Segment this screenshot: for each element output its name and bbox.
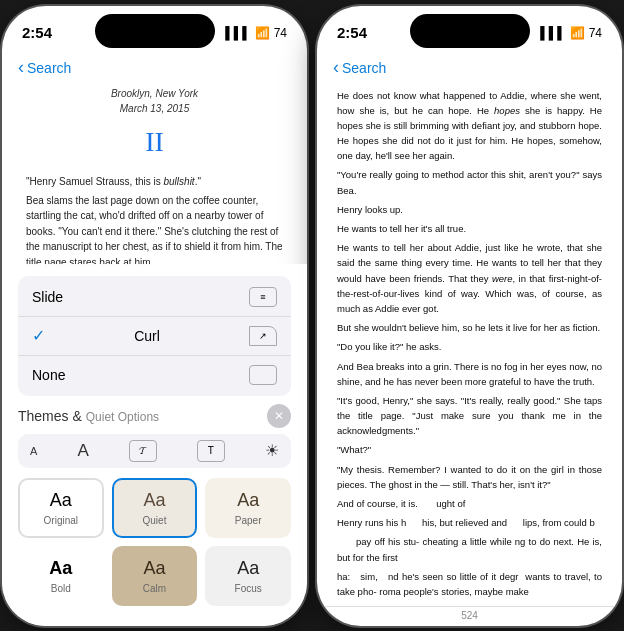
dynamic-island-right [410,14,530,48]
slide-options: Slide ≡ ✓ Curl ↗ None [18,276,291,396]
para-1: "Henry Samuel Strauss, this is bullshit.… [26,174,283,190]
right-para-9: "It's good, Henry," she says. "It's real… [337,393,602,439]
slide-option-right: ≡ [249,287,277,307]
theme-bold[interactable]: Aa Bold [18,546,104,606]
theme-calm[interactable]: Aa Calm [112,546,198,606]
font-serif-icon[interactable]: T [197,440,225,462]
chevron-left-icon: ‹ [18,57,24,78]
font-bar: A A 𝓣 T ☀ [18,434,291,468]
back-button-left[interactable]: ‹ Search [18,58,71,78]
slide-option-none[interactable]: None [18,356,291,394]
nav-bar-right: ‹ Search [317,50,622,86]
nav-bar-left: ‹ Search [2,50,307,86]
slide-option-curl[interactable]: ✓ Curl ↗ [18,317,291,356]
right-para-3: Henry looks up. [337,202,602,217]
theme-original-label: Original [44,515,78,526]
curl-check: ✓ [32,326,45,345]
chevron-left-icon-right: ‹ [333,57,339,78]
themes-header: Themes & Quiet Options ✕ [18,404,291,428]
slide-icon: ≡ [249,287,277,307]
wifi-icon-right: 📶 [570,26,585,40]
font-large: A [77,441,88,461]
curl-option-right: ↗ [249,326,277,346]
theme-bold-label: Bold [51,583,71,594]
none-option-right [249,365,277,385]
back-label-right: Search [342,60,386,76]
signal-icon: ▌▌▌ [225,26,251,40]
right-para-6: But she wouldn't believe him, so he lets… [337,320,602,335]
slide-label: Slide [32,289,63,305]
theme-grid: Aa Original Aa Quiet Aa Paper Aa Bold Aa [18,478,291,606]
theme-focus[interactable]: Aa Focus [205,546,291,606]
battery-icon: 74 [274,26,287,40]
theme-paper-label: Paper [235,515,262,526]
page-number: 524 [317,606,622,625]
right-para-12: And of course, it is. ught of [337,496,602,511]
theme-calm-label: Calm [143,583,166,594]
theme-paper[interactable]: Aa Paper [205,478,291,538]
font-style-icon[interactable]: 𝓣 [129,440,157,462]
right-para-13: Henry runs his h his, but relieved and l… [337,515,602,530]
theme-quiet-label: Quiet [143,515,167,526]
theme-quiet[interactable]: Aa Quiet [112,478,198,538]
close-button[interactable]: ✕ [267,404,291,428]
right-para-2: "You're really going to method actor thi… [337,167,602,197]
theme-paper-text: Aa [237,490,259,511]
status-time-right: 2:54 [337,24,367,41]
right-para-14: pay off his stu- cheating a little while… [337,534,602,564]
dynamic-island [95,14,215,48]
theme-focus-label: Focus [235,583,262,594]
right-para-7: "Do you like it?" he asks. [337,339,602,354]
right-para-4: He wants to tell her it's all true. [337,221,602,236]
curl-label: Curl [134,328,160,344]
right-para-1: He does not know what happened to Addie,… [337,88,602,164]
right-para-11: "My thesis. Remember? I wanted to do it … [337,462,602,492]
theme-quiet-text: Aa [143,490,165,511]
theme-original-text: Aa [50,490,72,511]
themes-title: Themes & Quiet Options [18,408,159,424]
status-time-left: 2:54 [22,24,52,41]
right-para-15: ha: sim, nd he's seen so little of it de… [337,569,602,599]
right-para-16: But t After all, life seems very long He… [337,603,602,605]
theme-original[interactable]: Aa Original [18,478,104,538]
back-label-left: Search [27,60,71,76]
status-icons-right: ▌▌▌ 📶 74 [540,26,602,40]
chapter-num: II [26,120,283,165]
right-para-5: He wants to tell her about Addie, just l… [337,240,602,316]
back-button-right[interactable]: ‹ Search [333,58,386,78]
right-para-10: "What?" [337,442,602,457]
none-icon [249,365,277,385]
curl-icon: ↗ [249,326,277,346]
brightness-icon[interactable]: ☀ [265,441,279,460]
right-phone: 2:54 ▌▌▌ 📶 74 ‹ Search He does not know … [317,6,622,626]
slide-option-slide[interactable]: Slide ≡ [18,278,291,317]
theme-focus-text: Aa [237,558,259,579]
theme-bold-text: Aa [49,558,72,579]
overlay-panel: Slide ≡ ✓ Curl ↗ None [2,264,307,626]
para-2: Bea slams the last page down on the coff… [26,193,283,271]
status-icons-left: ▌▌▌ 📶 74 [225,26,287,40]
none-label: None [32,367,65,383]
wifi-icon: 📶 [255,26,270,40]
book-header: Brooklyn, New YorkMarch 13, 2015 II [26,86,283,165]
signal-icon-right: ▌▌▌ [540,26,566,40]
right-para-8: And Bea breaks into a grin. There is no … [337,359,602,389]
battery-icon-right: 74 [589,26,602,40]
font-small: A [30,445,37,457]
book-place: Brooklyn, New YorkMarch 13, 2015 [26,86,283,116]
left-phone: 2:54 ▌▌▌ 📶 74 ‹ Search Brooklyn, New Yor… [2,6,307,626]
book-content-right: He does not know what happened to Addie,… [317,86,622,606]
theme-calm-text: Aa [143,558,165,579]
